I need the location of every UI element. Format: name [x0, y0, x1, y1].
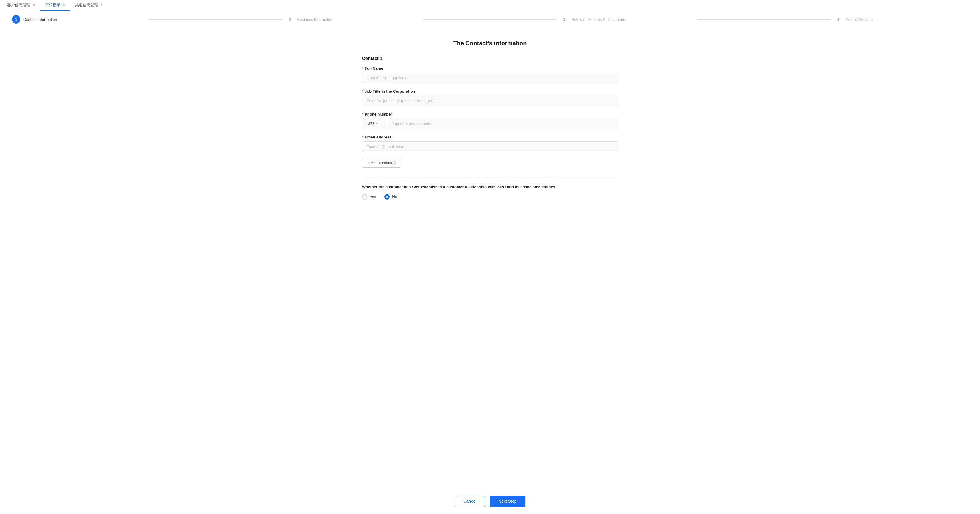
- phone-row: +376 ▾: [362, 119, 618, 129]
- step-3-number: 3: [560, 15, 568, 24]
- radio-no-circle: [384, 194, 390, 199]
- phone-code-select[interactable]: +376 ▾: [362, 119, 386, 129]
- tabs-bar: 客户信息管理 × 审核记录 × 渠道信息管理 ×: [0, 0, 980, 11]
- phone-required: *: [362, 112, 363, 116]
- question-section: Whether the customer has ever establishe…: [362, 184, 618, 199]
- radio-group: Yes No: [362, 194, 618, 199]
- email-required: *: [362, 135, 363, 139]
- full-name-input[interactable]: [362, 73, 618, 83]
- job-title-label: * Job Title in the Corporation: [362, 89, 618, 94]
- phone-code-value: +376: [366, 121, 374, 126]
- step-divider-1: [149, 19, 283, 20]
- contact-heading: Contact 1: [362, 56, 618, 61]
- full-name-label: * Full Name: [362, 66, 618, 71]
- phone-number-input[interactable]: [388, 119, 618, 129]
- job-title-required: *: [362, 89, 363, 94]
- add-contact-label: + Add contact(s): [368, 161, 396, 165]
- chevron-down-icon: ▾: [376, 122, 378, 126]
- step-2: 2 Business Information: [286, 15, 420, 24]
- job-title-group: * Job Title in the Corporation: [362, 89, 618, 106]
- question-text: Whether the customer has ever establishe…: [362, 184, 618, 190]
- email-group: * Email Address: [362, 135, 618, 152]
- contact-block: Contact 1 * Full Name * Job Title in the…: [362, 56, 618, 168]
- next-step-button[interactable]: Next Step: [490, 495, 525, 507]
- phone-number-group: * Phone Number +376 ▾: [362, 112, 618, 129]
- tab-customer[interactable]: 客户信息管理 ×: [2, 0, 40, 11]
- full-name-required: *: [362, 66, 363, 71]
- step-2-label: Business Information: [298, 17, 333, 22]
- tab-review-close[interactable]: ×: [62, 3, 65, 7]
- step-3: 3 Relevant Persons & Documents: [560, 15, 694, 24]
- step-1-label: Contact Information: [23, 17, 57, 22]
- main-content: The Contact's information Contact 1 * Fu…: [356, 28, 624, 512]
- radio-yes-circle: [362, 194, 368, 199]
- steps-bar: 1 Contact Information 2 Business Informa…: [0, 11, 980, 28]
- email-input[interactable]: [362, 142, 618, 152]
- radio-yes-label: Yes: [370, 194, 376, 199]
- full-name-group: * Full Name: [362, 66, 618, 83]
- radio-no[interactable]: No: [384, 194, 397, 199]
- email-label: * Email Address: [362, 135, 618, 139]
- tab-customer-close[interactable]: ×: [32, 3, 35, 7]
- footer: Cancel Next Step: [0, 488, 980, 514]
- section-title: The Contact's information: [362, 40, 618, 47]
- tab-customer-label: 客户信息管理: [7, 2, 30, 8]
- step-4: 4 Product/Service: [834, 15, 968, 24]
- step-1-number: 1: [12, 15, 20, 24]
- step-3-label: Relevant Persons & Documents: [571, 17, 626, 22]
- phone-number-label: * Phone Number: [362, 112, 618, 116]
- cancel-button[interactable]: Cancel: [455, 495, 485, 507]
- tab-channel[interactable]: 渠道信息管理 ×: [70, 0, 108, 11]
- step-4-number: 4: [834, 15, 842, 24]
- tab-channel-close[interactable]: ×: [100, 3, 103, 7]
- step-1: 1 Contact Information: [12, 15, 146, 24]
- add-contact-button[interactable]: + Add contact(s): [362, 158, 401, 168]
- radio-no-label: No: [392, 194, 397, 199]
- step-divider-2: [423, 19, 557, 20]
- job-title-input[interactable]: [362, 95, 618, 106]
- step-2-number: 2: [286, 15, 294, 24]
- section-divider: [362, 177, 618, 177]
- step-divider-3: [697, 19, 831, 20]
- tab-channel-label: 渠道信息管理: [75, 2, 98, 8]
- tab-review[interactable]: 审核记录 ×: [40, 0, 70, 11]
- step-4-label: Product/Service: [845, 17, 873, 22]
- radio-yes[interactable]: Yes: [362, 194, 376, 199]
- tab-review-label: 审核记录: [45, 2, 60, 8]
